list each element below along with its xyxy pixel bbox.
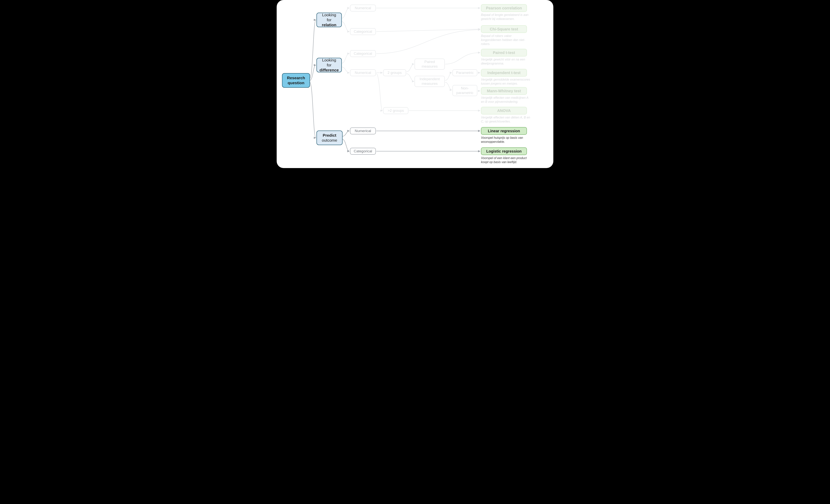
node-logreg: Logistic regression	[481, 147, 527, 155]
root-l1: Research	[287, 76, 305, 80]
node-pairedt: Paired t-test	[481, 49, 527, 57]
desc-logreg: Voorspel of een klant een product koopt …	[481, 156, 531, 164]
node-predict-categorical: Categorical	[350, 148, 376, 155]
node-predict: Predictoutcome	[317, 131, 343, 145]
desc-pearson: Bepaal of lengte gerelateerd is aan gewi…	[481, 13, 531, 21]
desc-indt: Vergelijk gemiddelde examenscores tussen…	[481, 78, 531, 86]
node-relation-categorical: Categorical	[350, 28, 376, 35]
desc-linreg: Voorspel huisprijs op basis van woonoppe…	[481, 136, 531, 144]
desc-mann: Vergelijk effecten van medicijnen A en B…	[481, 96, 531, 104]
node-anova: ANOVA	[481, 107, 527, 114]
node-linreg: Linear regression	[481, 127, 527, 135]
node-diff-numerical: Numerical	[350, 69, 376, 76]
node-chi: Chi-Square test	[481, 25, 527, 33]
node-predict-numerical: Numerical	[350, 128, 376, 134]
diagram-canvas: Researchquestion Looking forrelation Loo…	[277, 0, 553, 168]
node-mann: Mann-Whitney test	[481, 87, 527, 95]
desc-chi: Bepaal of rokers vaker longproblemen heb…	[481, 34, 531, 46]
node-research-question: Researchquestion	[282, 73, 310, 88]
node-independent-measures: Independentmeasures	[415, 76, 445, 87]
node-relation-numerical: Numerical	[350, 5, 376, 11]
node-pearson: Pearson correlation	[481, 4, 527, 12]
node-paired-measures: Pairedmeasures	[415, 59, 445, 70]
node-indt: Independent t-test	[481, 69, 527, 76]
node-parametric: Parametric	[452, 69, 477, 76]
node-more-groups: >2 groups	[383, 107, 408, 114]
root-l2: question	[288, 80, 305, 85]
desc-pairedt: Vergelijk gewicht vóór en na een dieetpr…	[481, 58, 531, 66]
node-diff-categorical: Categorical	[350, 50, 376, 57]
node-relation: Looking forrelation	[317, 13, 342, 27]
node-2groups: 2 groups	[383, 69, 406, 76]
node-difference: Looking fordifference	[317, 58, 342, 72]
desc-anova: Vergelijk effecten van diëten A, B en C,…	[481, 115, 531, 124]
node-nonparametric: Non-parametric	[452, 85, 477, 96]
